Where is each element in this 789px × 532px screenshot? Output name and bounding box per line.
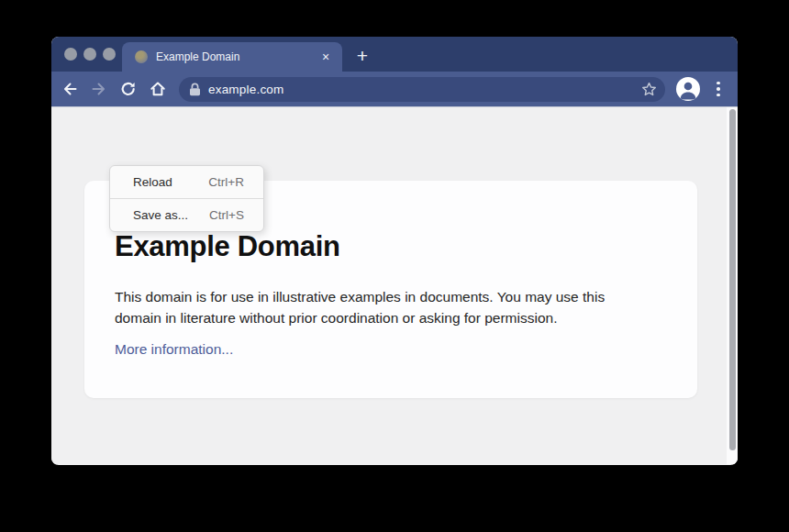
kebab-dot [717, 82, 720, 85]
vertical-scrollbar[interactable] [727, 107, 738, 464]
globe-favicon-icon [135, 50, 148, 63]
page-viewport: Example Domain This domain is for use in… [51, 107, 738, 464]
back-button[interactable] [57, 76, 83, 102]
browser-menu-button[interactable] [707, 76, 729, 102]
lock-icon [189, 83, 201, 96]
page-paragraph: This domain is for use in illustrative e… [115, 286, 652, 328]
forward-button[interactable] [86, 76, 112, 102]
address-bar[interactable]: example.com [179, 77, 665, 102]
window-close-button[interactable] [64, 48, 77, 61]
page-title: Example Domain [115, 230, 667, 263]
new-tab-button[interactable]: + [350, 43, 375, 69]
person-icon [676, 77, 700, 101]
reload-button[interactable] [116, 76, 141, 102]
more-information-link[interactable]: More information... [115, 341, 233, 358]
home-icon [149, 80, 167, 98]
tab-close-icon[interactable]: × [318, 50, 333, 63]
browser-toolbar: example.com [51, 72, 738, 107]
tab-title: Example Domain [156, 50, 318, 63]
context-menu: Reload Ctrl+R Save as... Ctrl+S [109, 165, 264, 232]
browser-window: Example Domain × + [51, 37, 738, 465]
scrollbar-thumb[interactable] [729, 109, 736, 450]
back-arrow-icon [61, 80, 79, 98]
home-button[interactable] [145, 76, 171, 102]
menu-item-save-as[interactable]: Save as... Ctrl+S [110, 199, 263, 231]
reload-icon [119, 80, 138, 98]
menu-item-reload[interactable]: Reload Ctrl+R [110, 166, 263, 198]
traffic-lights [64, 48, 116, 61]
profile-avatar-button[interactable] [676, 77, 700, 101]
kebab-dot [717, 94, 720, 97]
forward-arrow-icon [90, 80, 108, 98]
bookmark-star-icon[interactable] [640, 81, 658, 98]
tab-example-domain[interactable]: Example Domain × [122, 42, 342, 72]
url-text[interactable]: example.com [208, 83, 640, 96]
window-zoom-button[interactable] [103, 48, 116, 61]
window-titlebar: Example Domain × + [51, 37, 738, 72]
kebab-dot [717, 87, 720, 91]
window-minimize-button[interactable] [83, 48, 96, 61]
